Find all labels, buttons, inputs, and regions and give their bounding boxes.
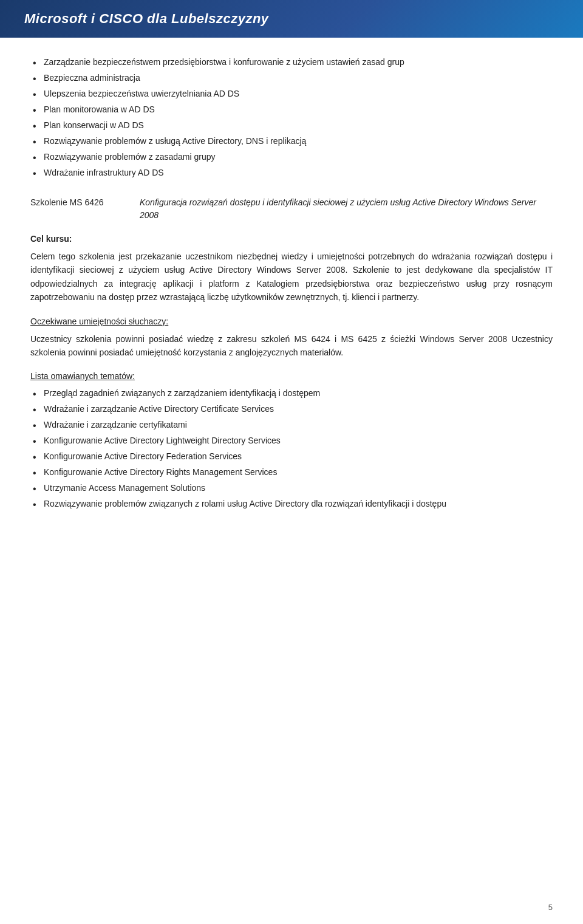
list-item: Plan monitorowania w AD DS (30, 103, 553, 116)
list-item: Bezpieczna administracja (30, 72, 553, 84)
oczekiwane-section: Oczekiwane umiejętności słuchaczy: Uczes… (30, 317, 553, 360)
list-item: Rozwiązywanie problemów z zasadami grupy (30, 151, 553, 163)
list-item: Konfigurowanie Active Directory Lightwei… (30, 434, 553, 447)
main-content: Zarządzanie bezpieczeństwem przedsiębior… (0, 56, 583, 510)
oczekiwane-paragraph: Uczestnicy szkolenia powinni posiadać wi… (30, 332, 553, 360)
szkolenie-label: Szkolenie MS 6426 (30, 196, 128, 207)
list-item: Wdrażanie i zarządzanie Active Directory… (30, 403, 553, 416)
lista-bullet-list: Przegląd zagadnień związanych z zarządza… (30, 387, 553, 510)
list-item: Zarządzanie bezpieczeństwem przedsiębior… (30, 56, 553, 69)
list-item: Konfigurowanie Active Directory Federati… (30, 450, 553, 463)
oczekiwane-heading: Oczekiwane umiejętności słuchaczy: (30, 317, 553, 326)
header-bar: Microsoft i CISCO dla Lubelszczyzny (0, 0, 583, 38)
cel-kursu-paragraph: Celem tego szkolenia jest przekazanie uc… (30, 250, 553, 304)
list-item: Przegląd zagadnień związanych z zarządza… (30, 387, 553, 400)
list-item: Utrzymanie Access Management Solutions (30, 482, 553, 495)
header-title: Microsoft i CISCO dla Lubelszczyzny (24, 11, 269, 26)
cel-kursu-section: Cel kursu: Celem tego szkolenia jest prz… (30, 234, 553, 304)
lista-section: Lista omawianych tematów: Przegląd zagad… (30, 371, 553, 510)
page: Microsoft i CISCO dla Lubelszczyzny Zarz… (0, 0, 583, 924)
list-item: Plan konserwacji w AD DS (30, 119, 553, 132)
szkolenie-description: Konfiguracja rozwiązań dostępu i identyf… (140, 196, 553, 222)
list-item: Wdrażanie infrastruktury AD DS (30, 166, 553, 179)
list-item: Rozwiązywanie problemów z usługą Active … (30, 135, 553, 148)
list-item: Wdrażanie i zarządzanie certyfikatami (30, 419, 553, 431)
szkolenie-block: Szkolenie MS 6426 Konfiguracja rozwiązań… (30, 196, 553, 222)
page-number: 5 (548, 903, 553, 912)
lista-heading: Lista omawianych tematów: (30, 371, 553, 381)
list-item: Konfigurowanie Active Directory Rights M… (30, 466, 553, 479)
cel-kursu-label: Cel kursu: (30, 234, 553, 244)
list-item: Ulepszenia bezpieczeństwa uwierzytelnian… (30, 87, 553, 100)
intro-bullet-list: Zarządzanie bezpieczeństwem przedsiębior… (30, 56, 553, 179)
list-item: Rozwiązywanie problemów związanych z rol… (30, 498, 553, 510)
